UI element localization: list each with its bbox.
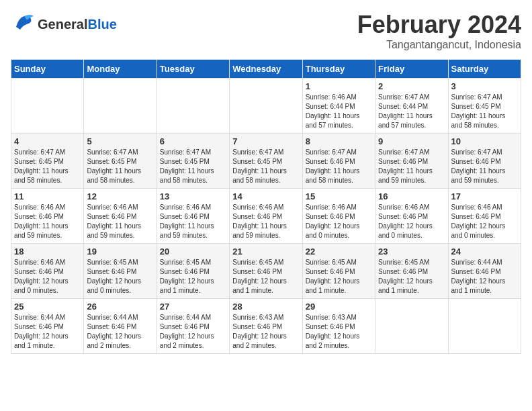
calendar-cell: 4Sunrise: 6:47 AM Sunset: 6:45 PM Daylig… [11,134,84,189]
day-info: Sunrise: 6:47 AM Sunset: 6:45 PM Dayligh… [14,148,81,185]
page-subtitle: Tangantangancut, Indonesia [357,39,521,51]
day-info: Sunrise: 6:45 AM Sunset: 6:46 PM Dayligh… [378,258,445,295]
day-number: 1 [306,81,372,91]
calendar-cell: 29Sunrise: 6:43 AM Sunset: 6:46 PM Dayli… [302,299,375,354]
calendar-cell: 15Sunrise: 6:46 AM Sunset: 6:46 PM Dayli… [302,189,375,244]
calendar-cell: 11Sunrise: 6:46 AM Sunset: 6:46 PM Dayli… [11,189,84,244]
day-number: 9 [378,136,445,146]
calendar-cell: 23Sunrise: 6:45 AM Sunset: 6:46 PM Dayli… [375,244,448,299]
day-number: 10 [451,136,518,146]
calendar-cell [230,79,302,134]
calendar-cell: 16Sunrise: 6:46 AM Sunset: 6:46 PM Dayli… [375,189,448,244]
calendar-cell: 20Sunrise: 6:45 AM Sunset: 6:46 PM Dayli… [157,244,229,299]
header-day-wednesday: Wednesday [230,60,302,79]
calendar-cell [11,79,84,134]
calendar-week-1: 1Sunrise: 6:46 AM Sunset: 6:44 PM Daylig… [11,79,521,134]
day-number: 13 [160,191,226,201]
calendar-header-row: SundayMondayTuesdayWednesdayThursdayFrid… [11,60,521,79]
calendar-week-2: 4Sunrise: 6:47 AM Sunset: 6:45 PM Daylig… [11,134,521,189]
calendar-cell: 13Sunrise: 6:46 AM Sunset: 6:46 PM Dayli… [157,189,229,244]
day-info: Sunrise: 6:47 AM Sunset: 6:46 PM Dayligh… [306,148,372,185]
calendar-cell: 18Sunrise: 6:46 AM Sunset: 6:46 PM Dayli… [11,244,84,299]
calendar-cell: 22Sunrise: 6:45 AM Sunset: 6:46 PM Dayli… [302,244,375,299]
header-day-tuesday: Tuesday [157,60,229,79]
day-info: Sunrise: 6:44 AM Sunset: 6:46 PM Dayligh… [451,258,518,295]
calendar-week-3: 11Sunrise: 6:46 AM Sunset: 6:46 PM Dayli… [11,189,521,244]
logo-text: GeneralBlue [38,17,117,32]
day-number: 21 [232,246,299,257]
day-number: 5 [87,136,153,146]
day-info: Sunrise: 6:47 AM Sunset: 6:44 PM Dayligh… [378,93,445,130]
day-number: 2 [378,81,445,91]
day-number: 22 [306,246,372,257]
day-info: Sunrise: 6:46 AM Sunset: 6:44 PM Dayligh… [306,93,372,130]
calendar-cell: 6Sunrise: 6:47 AM Sunset: 6:45 PM Daylig… [157,134,229,189]
day-info: Sunrise: 6:46 AM Sunset: 6:46 PM Dayligh… [87,203,153,240]
calendar-table: SundayMondayTuesdayWednesdayThursdayFrid… [11,59,521,354]
calendar-cell: 25Sunrise: 6:44 AM Sunset: 6:46 PM Dayli… [11,299,84,354]
day-number: 28 [232,302,299,312]
day-info: Sunrise: 6:47 AM Sunset: 6:45 PM Dayligh… [160,148,226,185]
calendar-cell: 28Sunrise: 6:43 AM Sunset: 6:46 PM Dayli… [230,299,302,354]
calendar-cell: 9Sunrise: 6:47 AM Sunset: 6:46 PM Daylig… [375,134,448,189]
calendar-cell: 3Sunrise: 6:47 AM Sunset: 6:45 PM Daylig… [448,79,521,134]
calendar-cell: 26Sunrise: 6:44 AM Sunset: 6:46 PM Dayli… [84,299,157,354]
day-info: Sunrise: 6:46 AM Sunset: 6:46 PM Dayligh… [14,203,81,240]
calendar-cell: 19Sunrise: 6:45 AM Sunset: 6:46 PM Dayli… [84,244,157,299]
day-info: Sunrise: 6:45 AM Sunset: 6:46 PM Dayligh… [306,258,372,295]
calendar-cell: 1Sunrise: 6:46 AM Sunset: 6:44 PM Daylig… [302,79,375,134]
day-info: Sunrise: 6:47 AM Sunset: 6:45 PM Dayligh… [232,148,299,185]
day-info: Sunrise: 6:47 AM Sunset: 6:46 PM Dayligh… [451,148,518,185]
day-info: Sunrise: 6:44 AM Sunset: 6:46 PM Dayligh… [87,313,153,351]
day-info: Sunrise: 6:45 AM Sunset: 6:46 PM Dayligh… [87,258,153,295]
day-info: Sunrise: 6:47 AM Sunset: 6:45 PM Dayligh… [87,148,153,185]
header-day-friday: Friday [375,60,448,79]
calendar-cell [84,79,157,134]
day-number: 12 [87,191,153,201]
calendar-cell: 14Sunrise: 6:46 AM Sunset: 6:46 PM Dayli… [230,189,302,244]
calendar-week-5: 25Sunrise: 6:44 AM Sunset: 6:46 PM Dayli… [11,299,521,354]
day-number: 24 [451,246,518,257]
page-title: February 2024 [357,11,521,39]
header-day-thursday: Thursday [302,60,375,79]
logo-icon [11,11,35,35]
calendar-cell: 12Sunrise: 6:46 AM Sunset: 6:46 PM Dayli… [84,189,157,244]
day-info: Sunrise: 6:47 AM Sunset: 6:46 PM Dayligh… [378,148,445,185]
day-number: 27 [160,302,226,312]
calendar-cell: 2Sunrise: 6:47 AM Sunset: 6:44 PM Daylig… [375,79,448,134]
day-number: 17 [451,191,518,201]
day-info: Sunrise: 6:44 AM Sunset: 6:46 PM Dayligh… [160,313,226,351]
day-number: 25 [14,302,81,312]
day-info: Sunrise: 6:46 AM Sunset: 6:46 PM Dayligh… [160,203,226,240]
day-number: 4 [14,136,81,146]
day-info: Sunrise: 6:46 AM Sunset: 6:46 PM Dayligh… [232,203,299,240]
day-number: 14 [232,191,299,201]
day-number: 20 [160,246,226,257]
day-number: 11 [14,191,81,201]
day-number: 29 [306,302,372,312]
calendar-cell [448,299,521,354]
calendar-cell: 7Sunrise: 6:47 AM Sunset: 6:45 PM Daylig… [230,134,302,189]
calendar-cell [375,299,448,354]
day-info: Sunrise: 6:43 AM Sunset: 6:46 PM Dayligh… [306,313,372,351]
day-number: 15 [306,191,372,201]
title-block: February 2024 Tangantangancut, Indonesia [357,11,521,51]
calendar-cell: 24Sunrise: 6:44 AM Sunset: 6:46 PM Dayli… [448,244,521,299]
day-number: 8 [306,136,372,146]
day-info: Sunrise: 6:46 AM Sunset: 6:46 PM Dayligh… [14,258,81,295]
day-number: 3 [451,81,518,91]
day-number: 19 [87,246,153,257]
day-info: Sunrise: 6:45 AM Sunset: 6:46 PM Dayligh… [160,258,226,295]
calendar-cell: 10Sunrise: 6:47 AM Sunset: 6:46 PM Dayli… [448,134,521,189]
header-day-saturday: Saturday [448,60,521,79]
day-number: 26 [87,302,153,312]
page-header: GeneralBlue February 2024 Tangantangancu… [11,11,521,51]
calendar-cell: 21Sunrise: 6:45 AM Sunset: 6:46 PM Dayli… [230,244,302,299]
day-number: 18 [14,246,81,257]
calendar-cell: 5Sunrise: 6:47 AM Sunset: 6:45 PM Daylig… [84,134,157,189]
calendar-cell [157,79,229,134]
day-info: Sunrise: 6:44 AM Sunset: 6:46 PM Dayligh… [14,313,81,351]
day-info: Sunrise: 6:43 AM Sunset: 6:46 PM Dayligh… [232,313,299,351]
header-day-sunday: Sunday [11,60,84,79]
calendar-cell: 27Sunrise: 6:44 AM Sunset: 6:46 PM Dayli… [157,299,229,354]
